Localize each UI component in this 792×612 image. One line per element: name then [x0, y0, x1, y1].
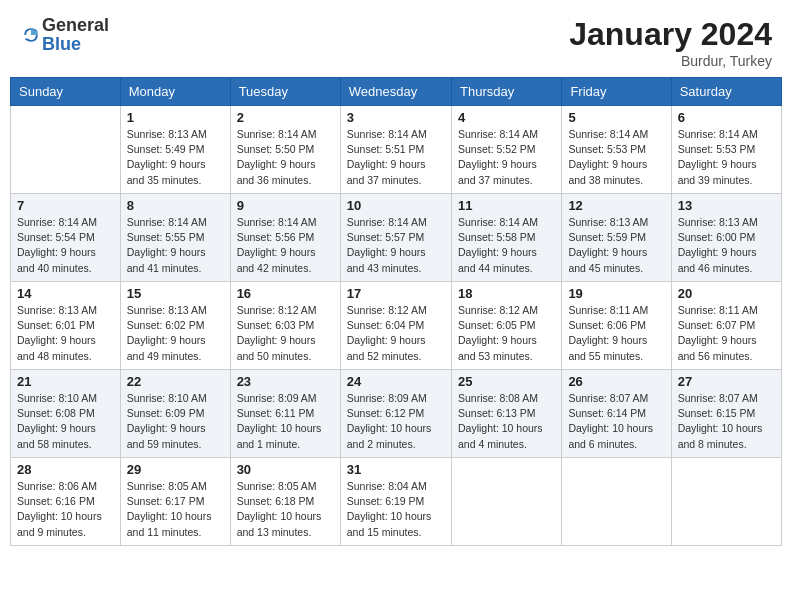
day-of-week-header: Monday [120, 78, 230, 106]
day-info: Sunrise: 8:12 AMSunset: 6:05 PMDaylight:… [458, 303, 555, 364]
calendar-day-cell: 31Sunrise: 8:04 AMSunset: 6:19 PMDayligh… [340, 458, 451, 546]
day-of-week-header: Saturday [671, 78, 781, 106]
calendar-day-cell: 11Sunrise: 8:14 AMSunset: 5:58 PMDayligh… [451, 194, 561, 282]
calendar-week-row: 28Sunrise: 8:06 AMSunset: 6:16 PMDayligh… [11, 458, 782, 546]
day-number: 17 [347, 286, 445, 301]
day-of-week-header: Tuesday [230, 78, 340, 106]
calendar-day-cell [562, 458, 671, 546]
day-number: 15 [127, 286, 224, 301]
calendar-day-cell: 16Sunrise: 8:12 AMSunset: 6:03 PMDayligh… [230, 282, 340, 370]
calendar-day-cell: 30Sunrise: 8:05 AMSunset: 6:18 PMDayligh… [230, 458, 340, 546]
calendar-day-cell: 22Sunrise: 8:10 AMSunset: 6:09 PMDayligh… [120, 370, 230, 458]
day-number: 9 [237, 198, 334, 213]
calendar-week-row: 7Sunrise: 8:14 AMSunset: 5:54 PMDaylight… [11, 194, 782, 282]
day-number: 30 [237, 462, 334, 477]
day-number: 24 [347, 374, 445, 389]
calendar-day-cell: 1Sunrise: 8:13 AMSunset: 5:49 PMDaylight… [120, 106, 230, 194]
calendar-day-cell: 10Sunrise: 8:14 AMSunset: 5:57 PMDayligh… [340, 194, 451, 282]
day-info: Sunrise: 8:14 AMSunset: 5:58 PMDaylight:… [458, 215, 555, 276]
day-info: Sunrise: 8:06 AMSunset: 6:16 PMDaylight:… [17, 479, 114, 540]
day-number: 11 [458, 198, 555, 213]
day-info: Sunrise: 8:12 AMSunset: 6:03 PMDaylight:… [237, 303, 334, 364]
day-number: 29 [127, 462, 224, 477]
day-info: Sunrise: 8:14 AMSunset: 5:52 PMDaylight:… [458, 127, 555, 188]
calendar-day-cell: 29Sunrise: 8:05 AMSunset: 6:17 PMDayligh… [120, 458, 230, 546]
calendar-day-cell [11, 106, 121, 194]
calendar-header-row: SundayMondayTuesdayWednesdayThursdayFrid… [11, 78, 782, 106]
day-info: Sunrise: 8:14 AMSunset: 5:53 PMDaylight:… [568, 127, 664, 188]
day-info: Sunrise: 8:10 AMSunset: 6:09 PMDaylight:… [127, 391, 224, 452]
calendar-day-cell: 3Sunrise: 8:14 AMSunset: 5:51 PMDaylight… [340, 106, 451, 194]
day-number: 25 [458, 374, 555, 389]
day-number: 20 [678, 286, 775, 301]
calendar-day-cell: 26Sunrise: 8:07 AMSunset: 6:14 PMDayligh… [562, 370, 671, 458]
day-of-week-header: Wednesday [340, 78, 451, 106]
calendar-day-cell: 12Sunrise: 8:13 AMSunset: 5:59 PMDayligh… [562, 194, 671, 282]
calendar-day-cell: 4Sunrise: 8:14 AMSunset: 5:52 PMDaylight… [451, 106, 561, 194]
day-number: 28 [17, 462, 114, 477]
page-header: General Blue January 2024 Burdur, Turkey [10, 10, 782, 69]
day-info: Sunrise: 8:14 AMSunset: 5:51 PMDaylight:… [347, 127, 445, 188]
day-info: Sunrise: 8:13 AMSunset: 6:01 PMDaylight:… [17, 303, 114, 364]
day-info: Sunrise: 8:14 AMSunset: 5:55 PMDaylight:… [127, 215, 224, 276]
day-of-week-header: Sunday [11, 78, 121, 106]
day-number: 31 [347, 462, 445, 477]
calendar-day-cell: 24Sunrise: 8:09 AMSunset: 6:12 PMDayligh… [340, 370, 451, 458]
day-number: 8 [127, 198, 224, 213]
logo-general-text: General [42, 15, 109, 35]
day-info: Sunrise: 8:13 AMSunset: 5:49 PMDaylight:… [127, 127, 224, 188]
calendar-week-row: 14Sunrise: 8:13 AMSunset: 6:01 PMDayligh… [11, 282, 782, 370]
day-number: 4 [458, 110, 555, 125]
day-number: 3 [347, 110, 445, 125]
day-info: Sunrise: 8:05 AMSunset: 6:17 PMDaylight:… [127, 479, 224, 540]
month-title: January 2024 [569, 16, 772, 53]
calendar-day-cell: 7Sunrise: 8:14 AMSunset: 5:54 PMDaylight… [11, 194, 121, 282]
day-number: 1 [127, 110, 224, 125]
calendar-day-cell: 13Sunrise: 8:13 AMSunset: 6:00 PMDayligh… [671, 194, 781, 282]
day-number: 5 [568, 110, 664, 125]
day-of-week-header: Thursday [451, 78, 561, 106]
calendar-week-row: 1Sunrise: 8:13 AMSunset: 5:49 PMDaylight… [11, 106, 782, 194]
calendar-day-cell: 15Sunrise: 8:13 AMSunset: 6:02 PMDayligh… [120, 282, 230, 370]
logo-blue-text: Blue [42, 34, 81, 54]
day-info: Sunrise: 8:14 AMSunset: 5:57 PMDaylight:… [347, 215, 445, 276]
calendar-day-cell: 14Sunrise: 8:13 AMSunset: 6:01 PMDayligh… [11, 282, 121, 370]
calendar-day-cell: 28Sunrise: 8:06 AMSunset: 6:16 PMDayligh… [11, 458, 121, 546]
calendar-table: SundayMondayTuesdayWednesdayThursdayFrid… [10, 77, 782, 546]
day-info: Sunrise: 8:09 AMSunset: 6:12 PMDaylight:… [347, 391, 445, 452]
calendar-day-cell: 18Sunrise: 8:12 AMSunset: 6:05 PMDayligh… [451, 282, 561, 370]
day-number: 18 [458, 286, 555, 301]
day-info: Sunrise: 8:12 AMSunset: 6:04 PMDaylight:… [347, 303, 445, 364]
day-number: 22 [127, 374, 224, 389]
day-number: 16 [237, 286, 334, 301]
day-info: Sunrise: 8:14 AMSunset: 5:54 PMDaylight:… [17, 215, 114, 276]
day-info: Sunrise: 8:10 AMSunset: 6:08 PMDaylight:… [17, 391, 114, 452]
calendar-day-cell: 17Sunrise: 8:12 AMSunset: 6:04 PMDayligh… [340, 282, 451, 370]
day-info: Sunrise: 8:13 AMSunset: 5:59 PMDaylight:… [568, 215, 664, 276]
day-number: 26 [568, 374, 664, 389]
day-number: 27 [678, 374, 775, 389]
day-number: 10 [347, 198, 445, 213]
day-number: 14 [17, 286, 114, 301]
calendar-day-cell: 19Sunrise: 8:11 AMSunset: 6:06 PMDayligh… [562, 282, 671, 370]
day-info: Sunrise: 8:14 AMSunset: 5:50 PMDaylight:… [237, 127, 334, 188]
day-info: Sunrise: 8:05 AMSunset: 6:18 PMDaylight:… [237, 479, 334, 540]
day-info: Sunrise: 8:07 AMSunset: 6:15 PMDaylight:… [678, 391, 775, 452]
calendar-day-cell: 27Sunrise: 8:07 AMSunset: 6:15 PMDayligh… [671, 370, 781, 458]
calendar-day-cell [671, 458, 781, 546]
day-info: Sunrise: 8:11 AMSunset: 6:06 PMDaylight:… [568, 303, 664, 364]
calendar-day-cell: 5Sunrise: 8:14 AMSunset: 5:53 PMDaylight… [562, 106, 671, 194]
day-info: Sunrise: 8:08 AMSunset: 6:13 PMDaylight:… [458, 391, 555, 452]
day-number: 13 [678, 198, 775, 213]
calendar-week-row: 21Sunrise: 8:10 AMSunset: 6:08 PMDayligh… [11, 370, 782, 458]
day-info: Sunrise: 8:14 AMSunset: 5:56 PMDaylight:… [237, 215, 334, 276]
calendar-day-cell: 8Sunrise: 8:14 AMSunset: 5:55 PMDaylight… [120, 194, 230, 282]
logo: General Blue [20, 16, 109, 54]
title-block: January 2024 Burdur, Turkey [569, 16, 772, 69]
calendar-day-cell [451, 458, 561, 546]
day-info: Sunrise: 8:07 AMSunset: 6:14 PMDaylight:… [568, 391, 664, 452]
day-info: Sunrise: 8:14 AMSunset: 5:53 PMDaylight:… [678, 127, 775, 188]
day-number: 23 [237, 374, 334, 389]
day-number: 7 [17, 198, 114, 213]
day-info: Sunrise: 8:13 AMSunset: 6:00 PMDaylight:… [678, 215, 775, 276]
